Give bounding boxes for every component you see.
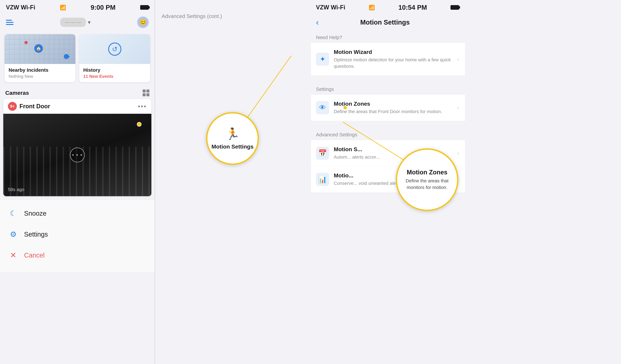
motion-zones-item[interactable]: 👁 Motion Zones Define the areas that Fro… xyxy=(310,95,465,121)
motion-zones-title: Motion Zones xyxy=(334,101,453,107)
avatar[interactable]: 😊 xyxy=(137,17,149,28)
motion-schedule-chevron: › xyxy=(457,150,459,156)
status-bar-1: VZW Wi-Fi 📶 9:00 PM xyxy=(0,0,155,15)
motion-schedule-title: Motion S... xyxy=(334,146,416,153)
carrier-3: VZW Wi-Fi xyxy=(316,4,345,11)
motion-wizard-item[interactable]: ✦ Motion Wizard Optimize motion detectio… xyxy=(310,43,465,75)
grid-view-icon[interactable] xyxy=(143,89,149,96)
camera-overlay-dots[interactable]: • • • xyxy=(70,148,85,162)
motion-settings-popup: 🏃 Motion Settings xyxy=(206,112,259,165)
nav-title-3: Motion Settings xyxy=(360,19,410,26)
status-icons-1 xyxy=(140,5,149,10)
time-1: 9:00 PM xyxy=(90,4,115,11)
motion-zones-desc: Define the areas that Front Door monitor… xyxy=(334,108,453,115)
nav-bar-3: ‹ Motion Settings xyxy=(310,15,465,30)
motion-zones-text: Motion Zones Define the areas that Front… xyxy=(334,101,453,115)
phone3-right-panel: Advanced Settings (cont.) xyxy=(155,0,311,364)
hamburger-icon[interactable] xyxy=(6,20,14,25)
zones-popup-desc: Define the areas that monitors for motio… xyxy=(397,177,457,191)
history-icon: ↺ xyxy=(108,43,121,56)
camera-image[interactable]: • • • 58s ago xyxy=(3,114,151,196)
divider-1 xyxy=(310,75,465,81)
motion-zones-icon: 👁 xyxy=(316,101,329,114)
status-bar-3: VZW Wi-Fi 📶 10:54 PM xyxy=(310,0,465,15)
nearby-sub: Nothing New xyxy=(9,74,71,79)
history-card[interactable]: ↺ History 11 New Events xyxy=(79,34,150,82)
camera-card: 9+ Front Door ••• • • • 58s ago xyxy=(3,99,151,196)
time-3: 10:54 PM xyxy=(398,4,427,11)
settings-label: Settings xyxy=(24,231,48,238)
motion-popup-label: Motion Settings xyxy=(212,143,254,150)
cameras-section-header: Cameras xyxy=(0,87,155,99)
camera-name: Front Door xyxy=(19,103,50,110)
battery-icon-1 xyxy=(140,5,149,10)
settings-gear-icon: ⚙ xyxy=(8,230,18,239)
nearby-incidents-card[interactable]: 🏠 Nearby Incidents Nothing New xyxy=(5,34,75,82)
location-area[interactable]: — — — ▾ xyxy=(60,18,90,27)
phone-3: VZW Wi-Fi 📶 10:54 PM ‹ Motion Settings N… xyxy=(310,0,621,364)
card-bottom-history: History 11 New Events xyxy=(79,64,150,82)
snooze-icon: ☾ xyxy=(8,209,18,218)
cancel-x-icon: ✕ xyxy=(8,251,18,260)
battery-icon-3 xyxy=(450,5,459,10)
badge-9plus: 9+ xyxy=(8,102,17,111)
camera-card-header: 9+ Front Door ••• xyxy=(3,99,151,114)
motion-zones-chevron: › xyxy=(457,104,459,111)
advanced-section-title: Advanced Settings xyxy=(310,127,465,140)
topbar-1: — — — ▾ 😊 xyxy=(0,15,155,30)
help-section-title: Need Help? xyxy=(310,30,465,43)
zones-popup-title: Motion Zones xyxy=(407,169,448,176)
motion-wizard-icon: ✦ xyxy=(316,52,329,66)
cards-row: 🏠 Nearby Incidents Nothing New ↺ History… xyxy=(0,30,155,87)
map-home-icon: 🏠 xyxy=(34,44,43,53)
history-sub: 11 New Events xyxy=(83,74,146,79)
motion-wizard-desc: Optimize motion detection for your home … xyxy=(334,56,453,69)
camera-name-area: 9+ Front Door xyxy=(8,102,50,111)
camera-menu-dots[interactable]: ••• xyxy=(138,103,147,110)
yellow-dot-camera xyxy=(137,122,141,127)
carrier-1: VZW Wi-Fi xyxy=(6,4,35,11)
motion-zones-popup: Motion Zones Define the areas that monit… xyxy=(396,148,458,211)
motion-freq-icon: 📊 xyxy=(316,173,329,186)
motion-popup-icon: 🏃 xyxy=(225,127,240,141)
card-bottom-nearby: Nearby Incidents Nothing New xyxy=(5,64,75,82)
motion-schedule-icon: 📅 xyxy=(316,147,329,160)
sheet-settings[interactable]: ⚙ Settings xyxy=(0,224,155,245)
back-button-3[interactable]: ‹ xyxy=(316,17,319,27)
phone3-inner: VZW Wi-Fi 📶 10:54 PM ‹ Motion Settings N… xyxy=(310,0,465,364)
phone-1: VZW Wi-Fi 📶 9:00 PM — — — ▾ 😊 🏠 xyxy=(0,0,155,364)
history-title: History xyxy=(83,67,146,73)
motion-wizard-title: Motion Wizard xyxy=(334,49,453,55)
settings-section-title: Settings xyxy=(310,81,465,95)
status-icons-3 xyxy=(450,5,459,10)
divider-2 xyxy=(310,121,465,127)
dropdown-arrow-icon[interactable]: ▾ xyxy=(88,19,90,25)
card-history-top: ↺ xyxy=(79,34,150,64)
cancel-label: Cancel xyxy=(24,252,45,259)
cameras-section-title: Cameras xyxy=(5,90,29,96)
motion-wizard-chevron: › xyxy=(457,56,459,62)
map-dot-red xyxy=(24,41,28,44)
sheet-cancel[interactable]: ✕ Cancel xyxy=(0,245,155,266)
sheet-snooze[interactable]: ☾ Snooze xyxy=(0,203,155,224)
location-pill[interactable]: — — — xyxy=(60,18,86,27)
phone3-overflow-content: Advanced Settings (cont.) xyxy=(155,0,311,32)
yellow-dot-zones xyxy=(343,105,347,110)
card-map: 🏠 xyxy=(5,34,75,64)
motion-wizard-text: Motion Wizard Optimize motion detection … xyxy=(334,49,453,69)
bottom-sheet: ☾ Snooze ⚙ Settings ✕ Cancel xyxy=(0,199,155,272)
overflow-section-label: Advanced Settings (cont.) xyxy=(162,10,304,22)
snooze-label: Snooze xyxy=(24,210,47,217)
camera-timestamp: 58s ago xyxy=(8,187,24,192)
nearby-title: Nearby Incidents xyxy=(9,67,71,73)
